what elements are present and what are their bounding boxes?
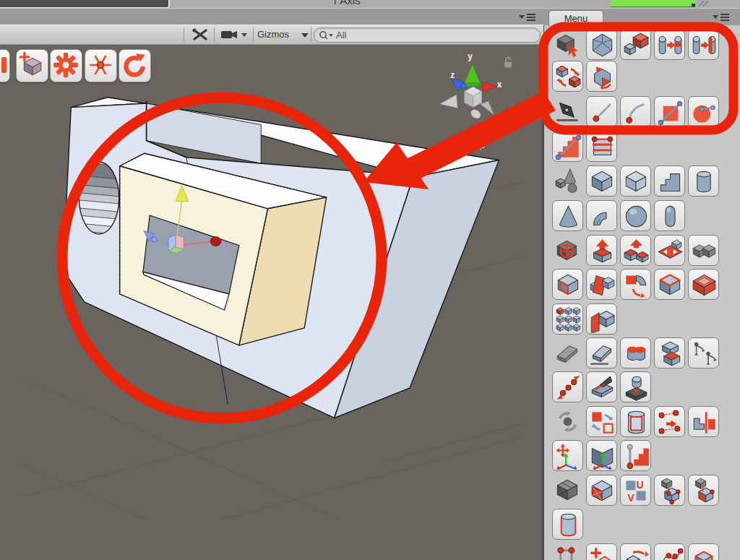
- panel-tool-extrude-faces[interactable]: [620, 235, 651, 266]
- scene-viewport[interactable]: yzxPersp: [0, 43, 543, 560]
- partial-tool-icon: [0, 51, 9, 83]
- scene-pane-menu-icon[interactable]: [519, 13, 536, 22]
- panel-tool-extrude-face[interactable]: [586, 235, 617, 266]
- panel-tool-cylinder-edges[interactable]: [552, 509, 583, 540]
- panel-tool-rotate-object[interactable]: [620, 543, 651, 560]
- panel-tool-scale-cubes[interactable]: [620, 29, 651, 60]
- probuilder-panel: UV: [544, 25, 740, 560]
- panel-tool-flatten-panel[interactable]: [654, 235, 685, 266]
- svg-text:V: V: [628, 492, 635, 504]
- panel-tool-arc-stairs[interactable]: [586, 200, 617, 231]
- panel-tool-fill-square[interactable]: [654, 96, 685, 127]
- panel-tool-slice-cube[interactable]: [586, 269, 617, 300]
- panel-tool-circle-link[interactable]: [688, 96, 719, 127]
- panel-tool-red-stairs[interactable]: [552, 131, 583, 162]
- viewport-button-refresh[interactable]: [119, 49, 151, 82]
- panel-tool-press-fit[interactable]: [620, 371, 651, 402]
- clipped-inspector-label: r Axis: [327, 0, 413, 8]
- panel-tool-uv-editor[interactable]: UV: [620, 475, 651, 506]
- refresh-icon: [121, 51, 148, 82]
- panel-tool-icosphere[interactable]: [586, 29, 617, 60]
- tools-icon[interactable]: [191, 27, 210, 42]
- panel-tool-red-guides[interactable]: [586, 131, 617, 162]
- panel-tool-cube-frame[interactable]: [620, 165, 651, 197]
- panel-tool-move-pivot[interactable]: [552, 440, 583, 471]
- panel-tool-array-cubes[interactable]: [552, 303, 583, 335]
- slash-icon: [697, 0, 711, 7]
- panel-tool-target-cube: [552, 235, 583, 266]
- panel-tool-rotate-ring: [552, 406, 583, 437]
- panel-tool-hierarchy-tree[interactable]: [688, 337, 719, 369]
- tab-strip: Menu: [0, 8, 740, 25]
- panel-tool-capsule[interactable]: [654, 200, 685, 231]
- camera-icon[interactable]: [221, 30, 253, 40]
- panel-tool-triangulate-cube[interactable]: [586, 475, 617, 506]
- panel-tool-point-frame: [552, 543, 583, 560]
- settings-icon: [52, 51, 79, 82]
- search-value: All: [336, 30, 346, 40]
- panel-tool-wedge: [552, 337, 583, 369]
- pane-divider[interactable]: [542, 8, 544, 560]
- panel-tool-bend-face[interactable]: [620, 269, 651, 300]
- panel-tool-mirror-cube[interactable]: [586, 303, 617, 335]
- axis-label-text: r Axis: [334, 0, 361, 7]
- panel-tool-snap-steps[interactable]: [620, 440, 651, 471]
- panel-tool-add-polygon[interactable]: [586, 543, 617, 560]
- panel-tool-cone[interactable]: [552, 200, 583, 231]
- svg-text:Persp: Persp: [459, 139, 485, 150]
- scene-toolbar: Gizmos All: [0, 25, 543, 45]
- panel-tool-spline-points[interactable]: [654, 543, 685, 560]
- panel-tool-pen-tool: [552, 96, 583, 127]
- panel-tool-cylinder-split-half[interactable]: [688, 29, 719, 60]
- new-shape-icon: [18, 51, 46, 82]
- panel-tool-scatter-points[interactable]: [552, 371, 583, 402]
- panel-tool-outline-cube[interactable]: [688, 543, 719, 560]
- panel-pane-menu-icon[interactable]: [713, 13, 730, 22]
- panel-tool-rotate-icosphere[interactable]: [586, 61, 617, 92]
- search-field[interactable]: All: [314, 27, 541, 43]
- scene-3d-model: yzxPersp: [0, 43, 543, 560]
- panel-tool-bevel-cube[interactable]: [654, 269, 685, 300]
- window-top-strip: r Axis: [0, 0, 740, 8]
- viewport-button-partial-tool[interactable]: [0, 49, 10, 82]
- unity-probuilder-screenshot: { "window": { "top_label": "r Axis" }, "…: [0, 0, 740, 560]
- panel-tool-merge-cubes[interactable]: [688, 235, 719, 266]
- viewport-button-snap-vertex[interactable]: [85, 49, 117, 82]
- panel-tool-line-point[interactable]: [586, 96, 617, 127]
- svg-text:U: U: [637, 479, 644, 491]
- panel-tool-align-blocks[interactable]: [688, 406, 719, 437]
- panel-tool-sphere[interactable]: [620, 200, 651, 231]
- search-icon: [319, 30, 336, 40]
- panel-tool-inset-cube[interactable]: [552, 269, 583, 300]
- panel-tool-knife-face[interactable]: [586, 371, 617, 402]
- highlighted-field[interactable]: [611, 0, 695, 7]
- panel-tool-weld-cube-b[interactable]: [688, 475, 719, 506]
- gizmos-chevron-icon[interactable]: [301, 33, 309, 38]
- panel-tool-hollow-box[interactable]: [688, 269, 719, 300]
- panel-tool-facet-cube: [552, 475, 583, 506]
- panel-tool-swap-squares[interactable]: [586, 406, 617, 437]
- svg-text:x: x: [497, 79, 502, 90]
- panel-tool-rotate-swap-cubes[interactable]: [552, 61, 583, 92]
- svg-text:y: y: [468, 51, 473, 61]
- panel-tool-boolean-union[interactable]: [620, 337, 651, 369]
- panel-tool-merge-points[interactable]: [654, 406, 685, 437]
- panel-tool-primitive-shapes: [552, 165, 583, 197]
- panel-tool-weld-cube-a[interactable]: [654, 475, 685, 506]
- panel-tool-cylinder-split-band[interactable]: [654, 29, 685, 60]
- panel-tool-cylinder-face[interactable]: [620, 406, 651, 437]
- panel-tool-split-stack[interactable]: [654, 337, 685, 369]
- panel-tool-stairs[interactable]: [654, 165, 685, 197]
- viewport-button-settings[interactable]: [50, 49, 82, 82]
- panel-tool-curve-point[interactable]: [620, 96, 651, 127]
- svg-text:z: z: [450, 70, 455, 80]
- gizmos-dropdown[interactable]: Gizmos: [257, 27, 289, 42]
- background-window-block: [0, 0, 170, 8]
- panel-tool-eraser-block[interactable]: [586, 337, 617, 369]
- panel-tool-cube-solid[interactable]: [586, 165, 617, 197]
- viewport-button-new-shape[interactable]: [16, 49, 48, 82]
- tab-menu[interactable]: Menu: [548, 10, 603, 26]
- panel-tool-origin-axes[interactable]: [586, 440, 617, 471]
- panel-tool-cylinder[interactable]: [688, 165, 719, 197]
- snap-vertex-icon: [87, 51, 114, 82]
